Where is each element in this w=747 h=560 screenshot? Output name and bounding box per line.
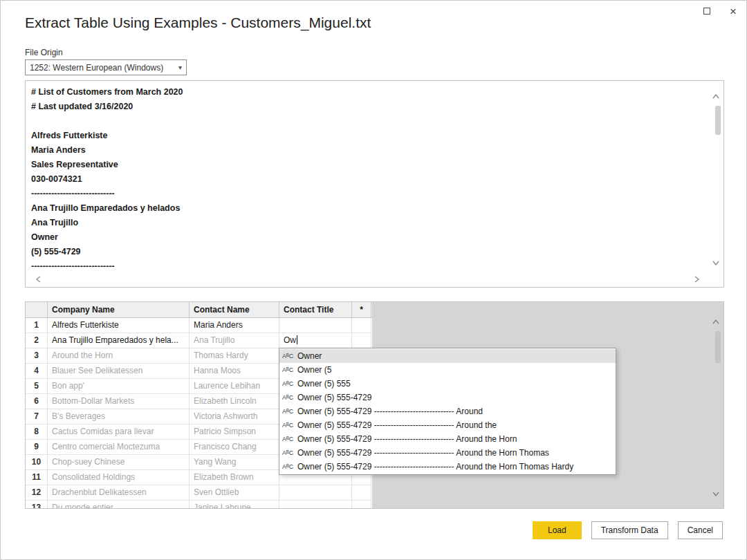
row-number: 3 [26,348,48,364]
row-number: 4 [26,364,48,379]
scroll-right-icon[interactable] [692,274,701,284]
company-name-cell[interactable]: Centro comercial Moctezuma [48,440,190,455]
table-row: 12Drachenblut DelikatessenSven Ottlieb [26,485,372,501]
scroll-down-icon[interactable] [711,258,721,268]
contact-name-cell[interactable]: Patricio Simpson [190,424,279,440]
column-header-add-column[interactable]: * [352,302,371,317]
suggestion-item[interactable]: AᴮCOwner (5) 555-4729 ------------------… [279,446,616,460]
table-row: 2Ana Trujillo Emparedados y hela...Ana T… [26,333,372,348]
suggestion-item[interactable]: AᴮCOwner (5) 555-4729 ------------------… [279,432,616,446]
row-number: 13 [26,501,48,509]
table-row: 13Du monde entier...Janine Labrune [26,501,372,509]
company-name-cell[interactable]: Consolidated Holdings [48,470,190,485]
row-number: 9 [26,440,48,455]
vertical-scrollbar-thumb[interactable] [715,331,721,363]
company-name-cell[interactable]: Cactus Comidas para llevar [48,424,190,440]
maximize-icon [703,8,710,15]
footer-buttons: Load Transform Data Cancel [533,521,723,539]
suggestion-label: Owner [297,351,322,361]
row-number: 5 [26,379,48,394]
company-name-cell[interactable]: Bottom-Dollar Markets [48,394,190,409]
contact-name-cell[interactable]: Maria Anders [190,318,279,333]
preview-line: Owner [31,230,707,245]
row-number-header [26,302,48,317]
company-name-cell[interactable]: Du monde entier... [48,501,190,509]
suggestion-item[interactable]: AᴮCOwner [279,349,616,363]
file-origin-value: 1252: Western European (Windows) [30,63,163,73]
row-number: 2 [26,333,48,348]
add-column-cell[interactable] [352,318,371,333]
company-name-cell[interactable]: Ana Trujillo Emparedados y hela... [48,333,190,348]
chevron-down-icon: ▾ [178,64,182,71]
abc-text-type-icon: AᴮC [282,436,297,442]
suggestion-item[interactable]: AᴮCOwner (5 [279,363,616,377]
suggestion-item[interactable]: AᴮCOwner (5) 555 [279,377,616,391]
contact-name-cell[interactable]: Thomas Hardy [190,348,279,364]
scroll-up-icon[interactable] [711,92,721,102]
contact-title-cell[interactable] [279,501,352,509]
suggestion-label: Owner (5) 555-4729 ---------------------… [297,462,573,472]
preview-line: ----------------------------- [31,259,707,272]
row-number: 7 [26,409,48,424]
company-name-cell[interactable]: Blauer See Delikatessen [48,364,190,379]
contact-name-cell[interactable]: Hanna Moos [190,364,279,379]
contact-title-cell[interactable]: Ow [279,333,352,348]
file-origin-label: File Origin [25,48,63,57]
contact-name-cell[interactable]: Elizabeth Lincoln [190,394,279,409]
vertical-scrollbar-thumb[interactable] [715,106,721,135]
abc-text-type-icon: AᴮC [282,449,297,456]
extract-table-dialog: × Extract Table Using Examples - Custome… [0,0,747,560]
preview-line: # List of Customers from March 2020 [31,85,707,100]
suggestion-label: Owner (5) 555-4729 ---------------------… [297,420,497,430]
cancel-button[interactable]: Cancel [678,521,723,539]
company-name-cell[interactable]: Bon app' [48,379,190,394]
preview-line: Alfreds Futterkiste [31,129,707,143]
dialog-title: Extract Table Using Examples - Customers… [25,15,371,31]
close-button[interactable]: × [726,3,741,19]
file-origin-dropdown[interactable]: 1252: Western European (Windows) ▾ [25,59,187,75]
contact-title-cell[interactable] [279,318,352,333]
row-number: 6 [26,394,48,409]
contact-name-cell[interactable]: Laurence Lebihan [190,379,279,394]
preview-line: Maria Anders [31,143,707,158]
row-number: 8 [26,424,48,440]
preview-line: Ana Trujillo Emparedados y helados [31,201,707,216]
transform-data-button[interactable]: Transform Data [591,521,668,539]
scroll-down-icon[interactable] [711,489,721,498]
company-name-cell[interactable]: Alfreds Futterkiste [48,318,190,333]
row-number: 1 [26,318,48,333]
column-header-contact-title[interactable]: Contact Title [279,302,352,317]
contact-name-cell[interactable]: Yang Wang [190,455,279,470]
contact-name-cell[interactable]: Ana Trujillo [190,333,279,348]
column-header-contact-name[interactable]: Contact Name [190,302,279,317]
suggestion-item[interactable]: AᴮCOwner (5) 555-4729 [279,391,616,404]
suggestion-item[interactable]: AᴮCOwner (5) 555-4729 ------------------… [279,418,616,432]
column-header-company-name[interactable]: Company Name [48,302,190,317]
preview-text: # List of Customers from March 2020# Las… [31,85,707,272]
row-number: 12 [26,485,48,501]
company-name-cell[interactable]: Chop-suey Chinese [48,455,190,470]
add-column-cell[interactable] [352,485,371,501]
scroll-left-icon[interactable] [34,274,44,284]
abc-text-type-icon: AᴮC [282,353,297,360]
contact-name-cell[interactable]: Sven Ottlieb [190,485,279,501]
company-name-cell[interactable]: B's Beverages [48,409,190,424]
load-button[interactable]: Load [533,521,582,539]
contact-name-cell[interactable]: Elizabeth Brown [190,470,279,485]
scroll-up-icon[interactable] [711,317,721,327]
suggestion-item[interactable]: AᴮCOwner (5) 555-4729 ------------------… [279,404,616,418]
company-name-cell[interactable]: Around the Horn [48,348,190,364]
row-number: 10 [26,455,48,470]
add-column-cell[interactable] [352,501,371,509]
preview-line: 030-0074321 [31,172,707,187]
contact-title-cell[interactable] [279,485,352,501]
maximize-button[interactable] [699,3,714,19]
contact-name-cell[interactable]: Victoria Ashworth [190,409,279,424]
add-column-cell[interactable] [352,333,371,348]
contact-name-cell[interactable]: Francisco Chang [190,440,279,455]
preview-line: Ana Trujillo [31,216,707,230]
suggestion-item[interactable]: AᴮCOwner (5) 555-4729 ------------------… [279,460,616,474]
contact-name-cell[interactable]: Janine Labrune [190,501,279,509]
suggestion-label: Owner (5) 555 [297,379,351,389]
company-name-cell[interactable]: Drachenblut Delikatessen [48,485,190,501]
